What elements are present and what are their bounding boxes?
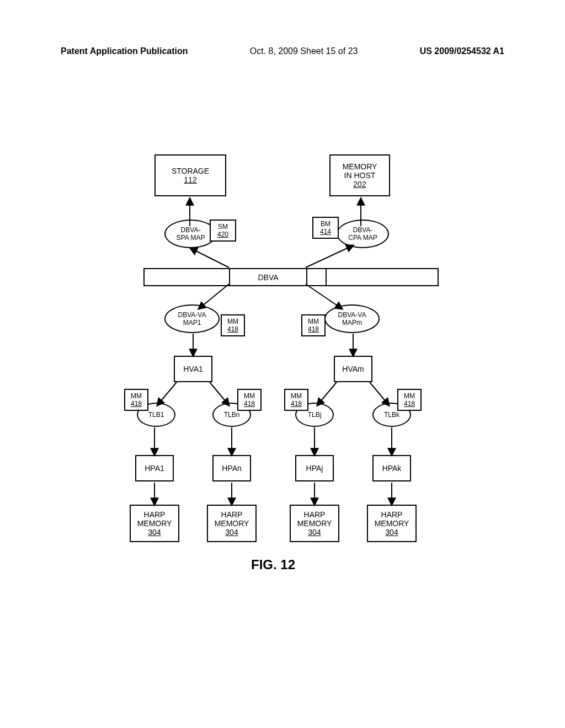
bm-ref: 414: [320, 228, 331, 235]
svg-line-8: [157, 382, 177, 405]
svg-line-11: [370, 382, 389, 405]
mm-box-2: MM 418: [301, 314, 326, 336]
mm-l-6: MM: [404, 392, 415, 400]
header-right: US 2009/0254532 A1: [420, 46, 504, 56]
mm-r-5: 418: [291, 400, 302, 408]
svg-line-9: [210, 382, 229, 405]
sm-box: SM 420: [210, 220, 236, 242]
svg-line-4: [199, 284, 229, 309]
sm-label: SM: [218, 223, 228, 231]
mm-r-6: 418: [404, 400, 415, 408]
mm-l-4: MM: [244, 392, 255, 400]
header-center: Oct. 8, 2009 Sheet 15 of 23: [250, 46, 358, 56]
mm-r-2: 418: [308, 325, 319, 333]
svg-line-2: [190, 248, 229, 267]
mm-r-3: 418: [131, 400, 142, 408]
mm-box-4: MM 418: [237, 389, 262, 411]
mm-box-6: MM 418: [397, 389, 422, 411]
svg-line-10: [317, 382, 337, 405]
mm-box-3: MM 418: [124, 389, 148, 411]
svg-line-3: [306, 245, 353, 267]
mm-r-4: 418: [244, 400, 255, 408]
svg-line-5: [306, 284, 342, 309]
mm-r-1: 418: [227, 325, 238, 333]
mm-l-3: MM: [131, 392, 142, 400]
diagram-area: STORAGE 112 MEMORY IN HOST 202 DBVA- SPA…: [121, 154, 447, 579]
bm-box: BM 414: [312, 217, 339, 239]
mm-box-5: MM 418: [284, 389, 308, 411]
bm-label: BM: [321, 220, 331, 228]
mm-l-5: MM: [291, 392, 302, 400]
sm-ref: 420: [217, 231, 228, 238]
mm-l-2: MM: [308, 318, 319, 325]
header-row: Patent Application Publication Oct. 8, 2…: [0, 46, 565, 56]
mm-box-1: MM 418: [221, 314, 245, 336]
header-left: Patent Application Publication: [61, 46, 188, 56]
mm-l-1: MM: [227, 318, 238, 325]
